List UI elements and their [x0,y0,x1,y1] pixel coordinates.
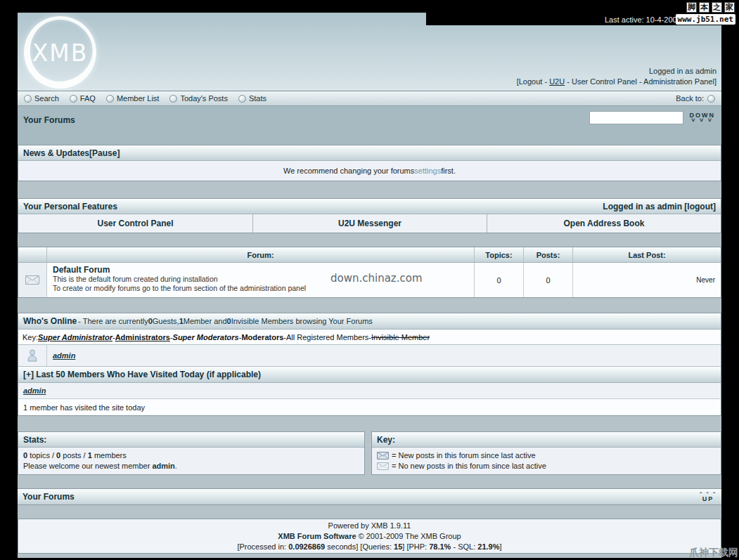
nav-todays-posts[interactable]: Today's Posts [169,94,228,103]
quick-search-input[interactable] [589,111,683,124]
newest-member-admin-link[interactable]: admin [152,462,174,470]
forum-posts-count: 0 [523,263,572,297]
forum-page: XMB Logged in as admin [Logout - U2U - U… [18,13,721,558]
processing-time: 0.0926869 [288,542,325,551]
copyright-line: XMB Forum Software © 2001-2009 The XMB G… [18,531,721,542]
forum-last-post: Never [572,263,721,297]
summary-text-part: - There are currently [78,317,148,325]
jump-to-bottom[interactable]: DOWN ˅ ˅ ˅ [690,111,716,123]
news-pause-link[interactable]: [Pause] [89,148,120,158]
user-control-panel-link[interactable]: User Control Panel [572,77,637,86]
nav-member-list[interactable]: Member List [106,94,160,103]
whos-online-title-link[interactable]: Who's Online [23,316,77,326]
jump-to-top[interactable]: ˆ ˆ ˆ UP [700,493,716,501]
perf-text-part: ] [PHP: [402,542,429,551]
personal-logout-link[interactable]: logout [687,202,713,211]
key-moderators-link[interactable]: Moderators [241,333,283,341]
bottom-title-bar: Your Forums ˆ ˆ ˆ UP [18,488,721,505]
footer: Powered by XMB 1.9.11 XMB Forum Software… [18,519,721,554]
stats-text-part: members [92,451,127,460]
user-control-panel-cell[interactable]: User Control Panel [18,214,252,233]
account-links-line: [Logout - U2U - User Control Panel - Adm… [517,77,716,87]
u2u-messenger-cell[interactable]: U2U Messenger [252,214,487,233]
logout-link[interactable]: Logout [519,77,543,86]
personal-logged-in: Logged in as admin [logout] [603,202,716,211]
nav-search-label: Search [34,94,59,103]
stats-counts-line: 0 topics / 0 posts / 1 members [23,450,359,461]
new-posts-envelope-icon [377,452,389,460]
topics-column-header: Topics: [474,247,523,262]
key-legend-body: = New posts in this forum since last act… [372,448,721,474]
forum-topics-count: 0 [474,263,523,297]
text-separator: - [637,77,643,86]
nav-stats-label: Stats [249,94,266,103]
key-super-moderators-link[interactable]: Super Moderators [173,333,239,341]
whos-online-header: Who's Online - There are currently 0 Gue… [18,313,721,330]
perf-text-part: ] [500,542,502,551]
news-header: News & Updates [Pause] [18,145,721,161]
settings-link[interactable]: settings [414,167,441,175]
online-member-row: admin [18,345,721,367]
text-separator: - [542,77,549,86]
xmb-logo-text: XMB [32,39,89,66]
watermark-char: 本 [699,2,709,13]
newest-member-period: . [175,462,177,470]
summary-text-part: Invisible Members browsing Your Forums [231,317,373,325]
key-legend-section: Key: = New posts in this forum since las… [371,431,721,475]
nav-faq[interactable]: FAQ [70,94,96,103]
key-invisible-member: Invisible Member [371,333,430,341]
bracket: ] [714,77,716,86]
page-background: Last active: 10-4-2009 at XMB Logged in … [0,0,739,560]
stats-section: Stats: 0 topics / 0 posts / 1 members Pl… [18,431,365,475]
administration-panel-link[interactable]: Administration Panel [643,77,714,86]
personal-logged-in-text: Logged in as admin [603,202,684,211]
login-info: Logged in as admin [Logout - U2U - User … [517,66,716,87]
back-to-group: Back to: [676,94,715,103]
key-administrators-link[interactable]: Administrators [115,333,170,341]
summary-text-part: Member and [184,317,227,325]
visited-admin-link[interactable]: admin [23,386,46,395]
stats-text-part: posts / [60,451,88,460]
newest-member-line: Please welcome our newest member admin. [23,461,359,471]
online-admin-link[interactable]: admin [53,351,75,360]
nav-stats[interactable]: Stats [238,94,266,103]
page-title: Your Forums [23,115,75,125]
php-percent: 78.1% [429,542,451,551]
new-posts-key-line: = New posts in this forum since last act… [377,450,716,461]
personal-features-title: Your Personal Features [23,202,117,211]
open-address-book-cell[interactable]: Open Address Book [487,214,721,233]
performance-line: [Processed in: 0.0926869 seconds] [Queri… [18,542,721,552]
forum-status-cell [18,263,46,297]
online-member-name-cell: admin [46,345,721,366]
news-message-before: We recommend changing your forums [283,167,414,175]
search-orb-icon [24,95,32,103]
sql-percent: 21.9% [477,542,499,551]
key-super-administrator-link[interactable]: Super Administrator [38,333,113,341]
forum-description-line2: To create or modify forums go to the for… [53,284,468,293]
watermark-corner: 爪神下载网 [689,547,738,559]
stats-body: 0 topics / 0 posts / 1 members Please we… [18,448,364,474]
page-title-band: Your Forums DOWN ˅ ˅ ˅ [18,106,721,145]
whos-online-section: Who's Online - There are currently 0 Gue… [18,313,721,416]
no-new-posts-key-text: = No new posts in this forum since last … [392,461,546,471]
watermark-center: down.chinaz.com [330,272,423,285]
news-message-after: first. [441,167,456,175]
back-to-orb-icon[interactable] [707,95,715,103]
visited-note-row: 1 member has visited the site today [18,399,721,415]
stats-key-row: Stats: 0 topics / 0 posts / 1 members Pl… [18,431,721,475]
last50-members-header[interactable]: [+] Last 50 Members Who Have Visited Tod… [18,367,721,383]
no-new-posts-envelope-icon [25,275,39,285]
copyright-text: © 2001-2009 The XMB Group [356,532,461,540]
posts-column-header: Posts: [523,247,572,262]
watermark-char: 之 [712,2,722,13]
bottom-page-title: Your Forums [23,492,75,502]
watermark-char: 脚 [686,2,697,13]
nav-search[interactable]: Search [24,94,59,103]
watermark-site-url: www.jb51.net [676,14,735,25]
queries-count: 15 [394,542,402,551]
forum-table-header-row: Forum: Topics: Posts: Last Post: [18,247,721,263]
key-legend-header: Key: [372,432,721,448]
forum-icon-column-header [18,247,46,262]
xmb-software-link[interactable]: XMB Forum Software [278,532,356,540]
u2u-link[interactable]: U2U [549,77,565,86]
